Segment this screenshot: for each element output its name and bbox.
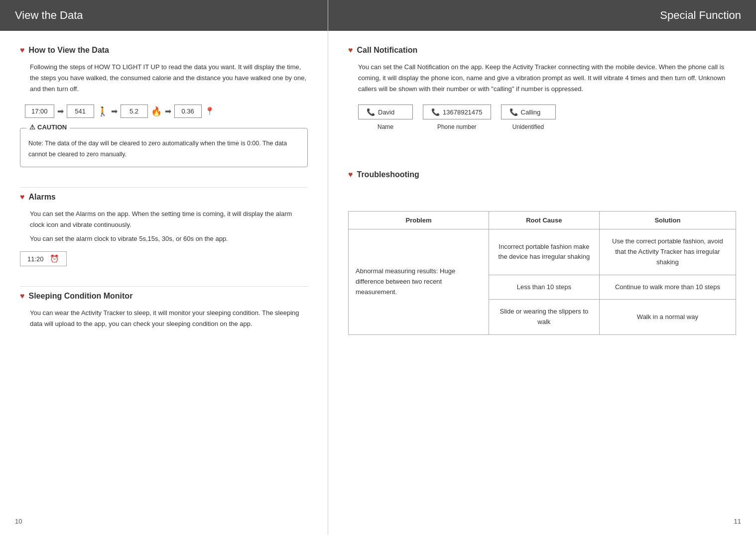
time-box: 17:00 xyxy=(25,105,54,118)
heart-icon-2: ♥ xyxy=(20,193,25,202)
steps-icon: 🚶 xyxy=(97,106,108,117)
call-box-calling: 📞 Calling xyxy=(501,105,556,119)
data-display-row: 17:00 ➡ 541 🚶 ➡ 5.2 🔥 ➡ 0.36 📍 xyxy=(25,105,308,118)
table-header-problem: Problem xyxy=(349,212,489,229)
section-call-notification: ♥ Call Notification You can set the Call… xyxy=(328,46,756,150)
right-page: Special Function ♥ Call Notification You… xyxy=(328,0,756,535)
solution-cell-2: Continue to walk more than 10 steps xyxy=(599,275,736,300)
section-alarms: ♥ Alarms You can set the Alarms on the a… xyxy=(0,193,328,281)
phone-icon-1: 📞 xyxy=(367,108,375,116)
call-box-name: 📞 David xyxy=(358,105,413,119)
call-box-name-wrapper: 📞 David Name xyxy=(358,105,413,130)
arrow-2: ➡ xyxy=(111,107,118,116)
heart-icon-1: ♥ xyxy=(20,46,25,55)
call-box-calling-label: Unidentified xyxy=(512,123,544,130)
alarms-title: ♥ Alarms xyxy=(20,193,308,202)
call-box-phone: 📞 13678921475 xyxy=(423,105,491,119)
call-box-name-label: Name xyxy=(378,123,393,130)
table-header-solution: Solution xyxy=(599,212,736,229)
caution-box: ⚠ CAUTION Note: The data of the day will… xyxy=(20,128,308,167)
caution-text: Note: The data of the day will be cleare… xyxy=(28,138,299,160)
alarm-time: 11:20 xyxy=(27,255,44,263)
caution-title: ⚠ CAUTION xyxy=(26,123,70,131)
sleeping-text: You can wear the Activity Tracker to sle… xyxy=(20,308,308,329)
alarm-clock-icon: ⏰ xyxy=(50,254,59,263)
page-number-right: 11 xyxy=(734,518,741,525)
root-cause-cell-3: Slide or wearing the slippers to walk xyxy=(489,300,599,335)
solution-cell-1: Use the correct portable fashion, avoid … xyxy=(599,229,736,275)
section-sleeping: ♥ Sleeping Condition Monitor You can wea… xyxy=(0,292,328,344)
left-header-title: View the Data xyxy=(15,9,83,21)
divider-2 xyxy=(20,286,308,287)
heart-icon-5: ♥ xyxy=(348,170,353,179)
alarms-text1: You can set the Alarms on the app. When … xyxy=(20,209,308,230)
arrow-3: ➡ xyxy=(165,107,171,116)
arrow-1: ➡ xyxy=(57,107,64,116)
warning-icon: ⚠ xyxy=(29,123,35,131)
root-cause-cell-2: Less than 10 steps xyxy=(489,275,599,300)
phone-icon-2: 📞 xyxy=(431,108,440,116)
root-cause-cell-1: Incorrect portable fashion make the devi… xyxy=(489,229,599,275)
heart-icon-3: ♥ xyxy=(20,292,25,301)
how-to-view-text: Following the steps of HOW TO LIGHT IT U… xyxy=(20,62,308,95)
page-number-left: 10 xyxy=(15,518,22,525)
call-box-phone-label: Phone number xyxy=(437,123,477,130)
sleeping-title: ♥ Sleeping Condition Monitor xyxy=(20,292,308,301)
calories-box: 5.2 xyxy=(121,105,148,118)
table-row-1: Abnormal measuring results: Huge differe… xyxy=(349,229,736,275)
phone-icon-3: 📞 xyxy=(509,108,518,116)
heart-icon-4: ♥ xyxy=(348,46,353,55)
call-notification-text: You can set the Call Notification on the… xyxy=(348,62,736,95)
distance-icon: 📍 xyxy=(205,107,215,116)
table-header-root-cause: Root Cause xyxy=(489,212,599,229)
call-notification-title: ♥ Call Notification xyxy=(348,46,736,55)
right-header-title: Special Function xyxy=(660,9,741,21)
divider-1 xyxy=(20,187,308,188)
solution-cell-3: Walk in a normal way xyxy=(599,300,736,335)
alarm-time-box: 11:20 ⏰ xyxy=(20,251,67,266)
how-to-view-title: ♥ How to View the Data xyxy=(20,46,308,55)
call-boxes-row: 📞 David Name 📞 13678921475 Phone number … xyxy=(358,105,736,130)
alarms-text2: You can set the alarm clock to vibrate 5… xyxy=(20,233,308,244)
problem-cell-1: Abnormal measuring results: Huge differe… xyxy=(349,229,489,335)
right-page-header: Special Function xyxy=(328,0,756,31)
calories-icon: 🔥 xyxy=(151,106,162,117)
distance-box: 0.36 xyxy=(174,105,202,118)
call-box-phone-wrapper: 📞 13678921475 Phone number xyxy=(423,105,491,130)
section-how-to-view: ♥ How to View the Data Following the ste… xyxy=(0,46,328,182)
call-box-calling-wrapper: 📞 Calling Unidentified xyxy=(501,105,556,130)
section-troubleshooting: ♥ Troubleshooting xyxy=(328,170,756,201)
left-page-header: View the Data xyxy=(0,0,328,31)
left-page: View the Data ♥ How to View the Data Fol… xyxy=(0,0,328,535)
page-wrapper: View the Data ♥ How to View the Data Fol… xyxy=(0,0,756,535)
troubleshooting-title: ♥ Troubleshooting xyxy=(348,170,736,179)
troubleshooting-table: Problem Root Cause Solution Abnormal mea… xyxy=(348,211,736,335)
steps-box: 541 xyxy=(67,105,94,118)
